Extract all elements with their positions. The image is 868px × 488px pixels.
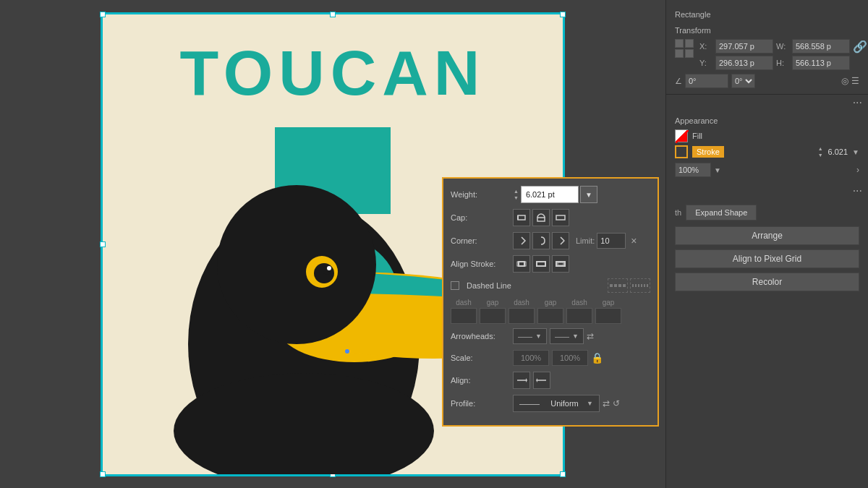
opacity-dropdown[interactable]: ▼ <box>714 166 721 174</box>
x-input[interactable] <box>715 39 773 53</box>
profile-dropdown-icon: ▼ <box>587 400 593 407</box>
weight-stepper[interactable]: ▲ ▼ <box>513 188 519 201</box>
handle-tl[interactable] <box>100 12 106 17</box>
gap-input-3[interactable] <box>595 308 621 324</box>
profile-select[interactable]: —— Uniform ▼ <box>513 395 600 412</box>
svg-rect-22 <box>610 285 626 286</box>
transform-more-btn[interactable]: ··· <box>666 95 868 111</box>
svg-rect-14 <box>537 218 545 221</box>
dash-col-2: dash <box>509 299 535 307</box>
transform-section: Transform X: W: 🔗 Y: <box>666 20 868 95</box>
w-label: W: <box>776 42 789 51</box>
arrowhead-end-select[interactable]: —— ▼ <box>550 328 584 344</box>
opacity-input[interactable] <box>675 163 711 177</box>
expand-opacity-btn[interactable]: › <box>856 165 859 175</box>
profile-row: Profile: —— Uniform ▼ ⇄ ↺ <box>451 395 650 412</box>
right-panel: Rectangle Transform X: W: 🔗 <box>665 0 868 488</box>
angle-input[interactable] <box>685 74 728 88</box>
scale-input-1[interactable] <box>513 350 549 366</box>
cap-butt-btn[interactable] <box>513 209 530 226</box>
profile-label: Profile: <box>451 399 509 408</box>
gap-col-3: gap <box>595 299 621 307</box>
align-arrows-row: Align: <box>451 372 650 389</box>
scale-input-2[interactable] <box>552 350 588 366</box>
h-input[interactable] <box>792 56 850 70</box>
weight-label: Weight: <box>451 190 509 199</box>
recolor-button[interactable]: Recolor <box>675 273 859 291</box>
gap-input-2[interactable] <box>537 308 563 324</box>
dash-input-3[interactable] <box>566 308 592 324</box>
stroke-icon[interactable] <box>675 145 688 158</box>
stroke-popup-panel: Weight: ▲ ▼ ▼ Cap: <box>442 177 659 427</box>
dash-input-2[interactable] <box>509 308 535 324</box>
stroke-row: Stroke ▲ ▼ 6.021 ▼ <box>675 145 859 158</box>
align-center-btn[interactable] <box>513 255 530 273</box>
toucan-title: TOUCAN <box>103 36 563 110</box>
svg-line-11 <box>676 130 689 143</box>
svg-rect-23 <box>632 285 648 286</box>
svg-point-9 <box>345 349 349 354</box>
y-label: Y: <box>699 59 712 67</box>
handle-tr[interactable] <box>560 12 566 17</box>
constrain-icon[interactable]: 🔗 <box>853 40 867 53</box>
align-stroke-row: Align Stroke: <box>451 255 650 273</box>
dash-col-3: dash <box>566 299 592 307</box>
svg-point-8 <box>327 266 331 270</box>
corner-row: Corner: Limit: × <box>451 232 650 249</box>
cap-project-btn[interactable] <box>552 209 569 226</box>
dash-icon1[interactable] <box>608 278 628 293</box>
appearance-more-btn[interactable]: ··· <box>666 183 868 199</box>
cap-row: Cap: <box>451 209 650 226</box>
limit-x-btn[interactable]: × <box>628 235 639 247</box>
dash-col-1: dash <box>451 299 477 307</box>
arrange-button[interactable]: Arrange <box>675 226 859 245</box>
corner-label: Corner: <box>451 236 509 245</box>
fill-label: Fill <box>692 132 702 140</box>
appearance-label: Appearance <box>675 116 859 125</box>
corner-miter-btn[interactable] <box>513 232 530 249</box>
transform-icon2 <box>685 39 694 48</box>
weight-dropdown[interactable]: ▼ <box>580 186 597 203</box>
svg-marker-25 <box>526 378 527 382</box>
align-end-btn[interactable] <box>533 372 550 389</box>
expand-shape-button[interactable]: Expand Shape <box>686 205 757 221</box>
action-buttons-section: th Expand Shape Arrange Align to Pixel G… <box>666 199 868 297</box>
profile-reset-btn[interactable]: ↺ <box>613 398 620 408</box>
align-inside-btn[interactable] <box>532 255 550 273</box>
profile-flip-btn[interactable]: ⇄ <box>603 398 610 408</box>
align-start-btn[interactable] <box>513 372 530 389</box>
stroke-dropdown[interactable]: ▼ <box>852 148 859 156</box>
handle-tm[interactable] <box>330 12 336 17</box>
fill-icon[interactable] <box>675 129 688 142</box>
corner-bevel-btn[interactable] <box>552 232 569 249</box>
stroke-label[interactable]: Stroke <box>692 146 724 158</box>
svg-rect-19 <box>537 262 545 266</box>
limit-label: Limit: <box>576 236 595 245</box>
opacity-row: ▼ › <box>675 163 859 177</box>
dashed-checkbox[interactable] <box>451 281 459 290</box>
cap-round-btn[interactable] <box>532 209 550 226</box>
arrowhead-start-select[interactable]: —— ▼ <box>513 328 547 344</box>
align-stroke-label: Align Stroke: <box>451 260 509 268</box>
svg-rect-12 <box>518 215 525 220</box>
svg-rect-20 <box>558 262 563 265</box>
corner-round-btn[interactable] <box>532 232 550 249</box>
y-input[interactable] <box>715 56 773 70</box>
align-outside-btn[interactable] <box>552 255 569 273</box>
stroke-stepper[interactable]: ▲ ▼ <box>817 145 824 158</box>
dash-icon2[interactable] <box>630 278 650 293</box>
swap-arrows-btn[interactable]: ⇄ <box>587 331 594 341</box>
gap-input-1[interactable] <box>480 308 506 324</box>
rect-section-label: Rectangle <box>666 6 868 20</box>
dash-input-1[interactable] <box>451 308 477 324</box>
dashed-label: Dashed Line <box>467 281 511 290</box>
w-input[interactable] <box>792 39 850 53</box>
align-pixel-button[interactable]: Align to Pixel Grid <box>675 249 859 268</box>
svg-point-4 <box>217 185 376 344</box>
angle-dropdown[interactable]: 0° <box>731 74 755 88</box>
stroke-value-group: ▲ ▼ 6.021 ▼ <box>817 145 859 158</box>
dash-inputs-section: dash gap dash gap dash gap <box>451 299 650 324</box>
weight-input[interactable] <box>521 186 579 203</box>
gap-col-1: gap <box>480 299 506 307</box>
limit-input[interactable] <box>597 233 626 249</box>
